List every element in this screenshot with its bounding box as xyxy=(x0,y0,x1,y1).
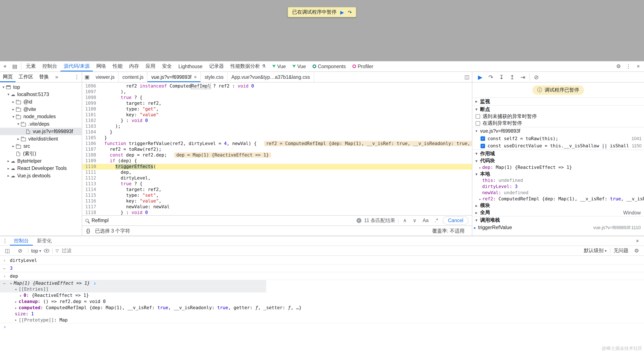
line-number[interactable]: 1108 xyxy=(82,152,98,158)
main-tab-2[interactable]: 源代码/来源 xyxy=(60,61,93,71)
checkbox-unchecked[interactable] xyxy=(476,114,480,118)
section-breakpoints[interactable]: ▾断点 xyxy=(472,105,644,113)
caret-icon[interactable]: ▾ xyxy=(11,114,16,118)
scope-group[interactable]: ▸模块 xyxy=(472,202,644,209)
breakpoint-entry[interactable]: ✓const self2 = toRaw(this);1041 xyxy=(472,135,644,142)
line-number[interactable]: 1105 xyxy=(82,135,98,141)
caret-icon[interactable]: ▾ xyxy=(10,281,12,285)
step-into-icon[interactable]: ↧ xyxy=(496,74,507,80)
breakpoint-entry[interactable]: ✓const useDirectValue = this.__v_isShall… xyxy=(472,142,644,150)
line-number[interactable]: 1104 xyxy=(82,130,98,135)
line-number[interactable]: 1102 xyxy=(82,118,98,124)
caret-icon[interactable]: ▸ xyxy=(6,174,11,178)
scope-group[interactable]: ▾本地 xyxy=(472,170,644,178)
main-tab-4[interactable]: 性能 xyxy=(110,61,126,71)
resume-execution-icon[interactable]: ▶ xyxy=(475,74,485,80)
device-toolbar-icon[interactable]: ▤ xyxy=(10,61,20,71)
breakpoint-margin[interactable] xyxy=(98,130,104,135)
scope-variable[interactable]: ▸dep: Map(1) {ReactiveEffect => 1} xyxy=(472,164,644,170)
main-tab-5[interactable]: 内存 xyxy=(126,61,142,71)
line-number[interactable]: 1118 xyxy=(82,210,98,215)
scope-group[interactable]: ▾代码块 xyxy=(472,157,644,164)
breakpoint-margin[interactable] xyxy=(98,176,104,181)
caret-icon[interactable]: ▸ xyxy=(15,300,17,304)
tree-item[interactable]: vue.js?v=f699893f xyxy=(0,128,82,135)
line-number[interactable]: 1096 xyxy=(82,84,98,89)
breakpoint-option-0[interactable]: 遇到未捕获的异常时暂停 xyxy=(472,113,644,120)
line-number[interactable]: 1103 xyxy=(82,124,98,130)
caret-icon[interactable]: ▾ xyxy=(15,287,17,291)
code-text[interactable]: target: ref2, xyxy=(104,187,162,193)
caret-icon[interactable]: ▸ xyxy=(15,318,17,322)
line-number[interactable]: 1111 xyxy=(82,170,98,176)
editor-tab-1[interactable]: content.js xyxy=(118,72,148,82)
main-tab-6[interactable]: 应用 xyxy=(142,61,159,71)
main-tab-3[interactable]: 网络 xyxy=(93,61,110,71)
caret-icon[interactable]: ▸ xyxy=(20,294,22,298)
code-text[interactable]: } xyxy=(104,130,112,135)
line-number[interactable]: 1116 xyxy=(82,198,98,204)
breakpoint-margin[interactable] xyxy=(98,118,104,124)
breakpoint-margin[interactable] xyxy=(98,124,104,130)
caret-icon[interactable]: ▸ xyxy=(6,166,11,170)
code-text[interactable]: dirtyLevel, xyxy=(104,176,150,181)
console-prompt[interactable]: › xyxy=(0,323,644,331)
line-number[interactable]: 1112 xyxy=(82,176,98,181)
code-text[interactable]: type: "get", xyxy=(104,106,159,112)
breakpoint-margin[interactable] xyxy=(98,164,104,170)
line-number[interactable]: 1099 xyxy=(82,101,98,106)
next-match-icon[interactable]: ∨ xyxy=(411,218,418,224)
breakpoint-margin[interactable] xyxy=(98,84,104,89)
checkbox-unchecked[interactable] xyxy=(476,121,480,126)
section-scope[interactable]: ▾作用域 xyxy=(472,150,644,157)
caret-icon[interactable]: ▾ xyxy=(474,152,478,156)
breakpoint-option-1[interactable]: 在遇到异常时暂停 xyxy=(472,120,644,127)
tree-item[interactable]: ▸src xyxy=(0,142,82,150)
main-tab-12[interactable]: Vue xyxy=(289,61,309,71)
regex-button[interactable]: .* xyxy=(433,218,440,224)
caret-icon[interactable]: ▸ xyxy=(474,210,478,214)
toggle-debugger-sidebar-icon[interactable]: ◫ xyxy=(462,72,472,82)
code-text[interactable]: ), xyxy=(104,89,126,95)
line-number[interactable]: 1117 xyxy=(82,204,98,210)
breakpoint-margin[interactable] xyxy=(98,198,104,204)
tree-item[interactable]: ▾☁localhost:5173 xyxy=(0,91,82,98)
clear-console-icon[interactable]: ⊘ xyxy=(15,248,25,254)
deactivate-breakpoints-icon[interactable]: ⊘ xyxy=(531,74,542,80)
tree-item[interactable]: (索引) xyxy=(0,150,82,157)
editor-tab-3[interactable]: style.css xyxy=(201,72,228,82)
nav-tab-2[interactable]: 替换 xyxy=(36,72,52,82)
caret-icon[interactable]: ▸ xyxy=(11,100,16,104)
tree-item[interactable]: ▸☁ByteHelper xyxy=(0,157,82,165)
editor-tab-4[interactable]: App.vue?vue&typ…a37b1&lang.css xyxy=(228,72,314,82)
code-text[interactable]: true ? { xyxy=(104,95,142,101)
tree-item[interactable]: ▸☁React Developer Tools xyxy=(0,164,82,172)
line-number[interactable]: 1115 xyxy=(82,193,98,198)
settings-gear-icon[interactable]: ⚙ xyxy=(614,61,623,71)
main-tab-10[interactable]: 性能数据分析⚗ xyxy=(227,61,269,71)
scope-group[interactable]: ▸全局Window xyxy=(472,209,644,216)
breakpoint-margin[interactable] xyxy=(98,152,104,158)
main-tab-14[interactable]: Profiler xyxy=(349,61,376,71)
main-tab-9[interactable]: 记录器 xyxy=(206,61,227,71)
code-text[interactable]: key: "value" xyxy=(104,112,159,118)
code-text[interactable]: ref2 instanceof ComputedRefImpl ? ref2 :… xyxy=(104,84,254,89)
line-number[interactable]: 1110 xyxy=(82,164,98,170)
filter-input[interactable]: 过滤 xyxy=(62,247,71,254)
main-tab-13[interactable]: Components xyxy=(309,61,349,71)
caret-icon[interactable]: ▸ xyxy=(6,159,11,163)
console-sidebar-icon[interactable]: ◫ xyxy=(2,248,12,254)
code-text[interactable]: if (dep) { xyxy=(104,158,137,164)
step-icon[interactable]: ⇥ xyxy=(518,74,528,80)
breakpoint-margin[interactable] xyxy=(98,141,104,147)
breakpoint-margin[interactable] xyxy=(98,210,104,215)
code-text[interactable]: target: ref2, xyxy=(104,101,162,106)
previous-match-icon[interactable]: ∧ xyxy=(402,218,408,224)
caret-icon[interactable]: ▸ xyxy=(478,165,482,169)
caret-icon[interactable]: ▸ xyxy=(474,100,478,104)
line-number[interactable]: 1098 xyxy=(82,95,98,101)
breakpoint-margin[interactable] xyxy=(98,95,104,101)
tree-item[interactable]: ▾top xyxy=(0,84,82,91)
console-settings-icon[interactable]: ⚙ xyxy=(632,248,642,254)
line-number[interactable]: 1101 xyxy=(82,112,98,118)
